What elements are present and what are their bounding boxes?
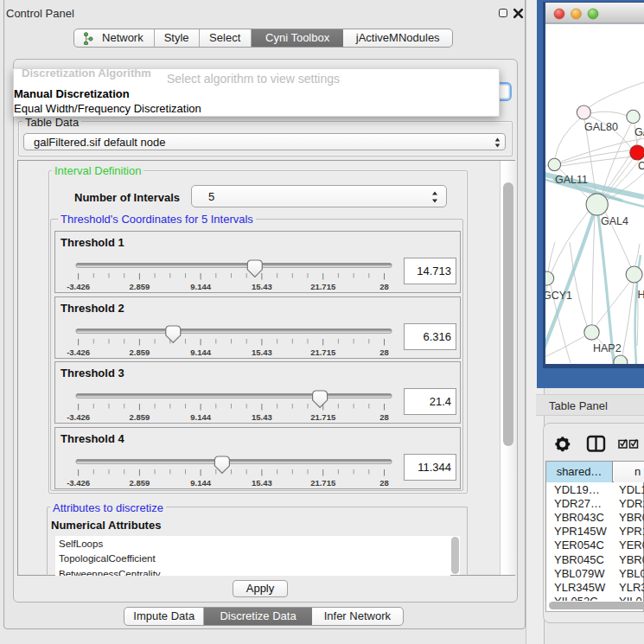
svg-text:28: 28 xyxy=(379,282,389,291)
svg-text:9.144: 9.144 xyxy=(190,348,211,357)
svg-text:-3.426: -3.426 xyxy=(67,412,90,422)
svg-text:15.43: 15.43 xyxy=(252,412,272,422)
svg-text:GAL11: GAL11 xyxy=(555,174,588,186)
svg-text:HAP2: HAP2 xyxy=(593,342,622,354)
svg-text:-3.426: -3.426 xyxy=(67,478,90,488)
svg-text:9.144: 9.144 xyxy=(190,478,211,488)
svg-text:28: 28 xyxy=(379,412,389,422)
svg-text:2.859: 2.859 xyxy=(130,282,150,291)
svg-text:C: C xyxy=(638,160,644,172)
svg-text:H: H xyxy=(638,289,644,301)
svg-text:21.715: 21.715 xyxy=(310,282,336,291)
svg-text:GAL80: GAL80 xyxy=(584,121,618,133)
svg-text:2.859: 2.859 xyxy=(130,348,150,357)
svg-text:15.43: 15.43 xyxy=(252,478,272,488)
svg-text:28: 28 xyxy=(379,348,389,357)
svg-text:15.43: 15.43 xyxy=(252,282,272,291)
svg-text:GAL4: GAL4 xyxy=(601,215,628,227)
svg-text:-3.426: -3.426 xyxy=(67,282,90,291)
svg-text:GA: GA xyxy=(634,126,644,138)
svg-text:21.715: 21.715 xyxy=(310,478,336,488)
svg-text:21.715: 21.715 xyxy=(310,348,336,357)
svg-text:GCY1: GCY1 xyxy=(543,290,572,302)
svg-text:2.859: 2.859 xyxy=(130,478,150,488)
svg-text:9.144: 9.144 xyxy=(190,412,211,422)
svg-text:28: 28 xyxy=(379,478,389,488)
svg-text:15.43: 15.43 xyxy=(252,348,272,357)
svg-text:21.715: 21.715 xyxy=(310,412,336,422)
svg-text:-3.426: -3.426 xyxy=(67,348,90,357)
svg-text:9.144: 9.144 xyxy=(190,282,211,291)
svg-text:2.859: 2.859 xyxy=(130,412,150,422)
